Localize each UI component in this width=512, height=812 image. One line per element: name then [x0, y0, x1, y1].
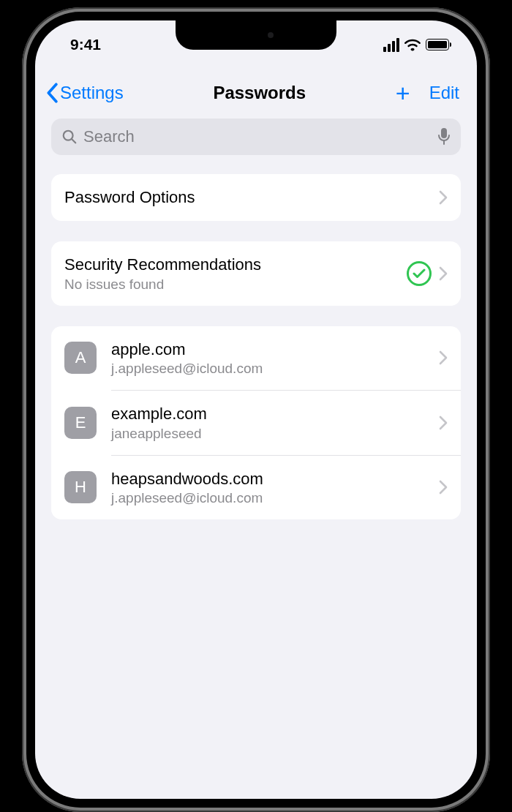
security-group: Security Recommendations No issues found	[51, 241, 461, 306]
chevron-right-icon	[439, 416, 448, 430]
account-user: j.appleseed@icloud.com	[111, 490, 439, 506]
chevron-right-icon	[439, 350, 448, 365]
account-site: heapsandwoods.com	[111, 469, 439, 489]
security-title: Security Recommendations	[64, 255, 407, 275]
add-button[interactable]: +	[396, 80, 410, 105]
cellular-icon	[383, 38, 399, 52]
password-options-group: Password Options	[51, 174, 461, 221]
accounts-group: A apple.com j.appleseed@icloud.com E exa…	[51, 326, 461, 520]
chevron-right-icon	[439, 266, 448, 281]
back-button[interactable]: Settings	[45, 83, 124, 103]
password-options-row[interactable]: Password Options	[51, 174, 461, 221]
site-avatar: A	[64, 342, 97, 374]
chevron-left-icon	[45, 83, 59, 103]
account-user: j.appleseed@icloud.com	[111, 361, 439, 377]
wifi-icon	[404, 38, 421, 51]
svg-line-1	[72, 139, 75, 143]
search-icon	[61, 129, 78, 145]
account-row[interactable]: A apple.com j.appleseed@icloud.com	[51, 326, 461, 391]
site-avatar: H	[64, 471, 97, 503]
account-row[interactable]: H heapsandwoods.com j.appleseed@icloud.c…	[51, 456, 461, 520]
security-recommendations-row[interactable]: Security Recommendations No issues found	[51, 241, 461, 306]
edit-button[interactable]: Edit	[429, 83, 459, 103]
security-subtitle: No issues found	[64, 277, 407, 293]
site-avatar: E	[64, 407, 97, 439]
page-title: Passwords	[213, 83, 306, 103]
checkmark-circle-icon	[407, 261, 432, 286]
account-user: janeappleseed	[111, 426, 439, 442]
nav-bar: Settings Passwords + Edit	[35, 60, 477, 117]
account-row[interactable]: E example.com janeappleseed	[51, 391, 461, 455]
account-site: example.com	[111, 404, 439, 424]
svg-rect-2	[441, 128, 447, 138]
back-label: Settings	[60, 83, 124, 103]
password-options-label: Password Options	[64, 187, 439, 208]
account-site: apple.com	[111, 339, 439, 360]
chevron-right-icon	[439, 480, 448, 495]
chevron-right-icon	[439, 190, 448, 205]
battery-icon	[426, 39, 449, 50]
mic-icon[interactable]	[437, 127, 451, 146]
status-time: 9:41	[70, 36, 101, 53]
status-indicators	[383, 38, 449, 52]
search-field[interactable]	[51, 119, 461, 155]
search-input[interactable]	[83, 127, 432, 146]
